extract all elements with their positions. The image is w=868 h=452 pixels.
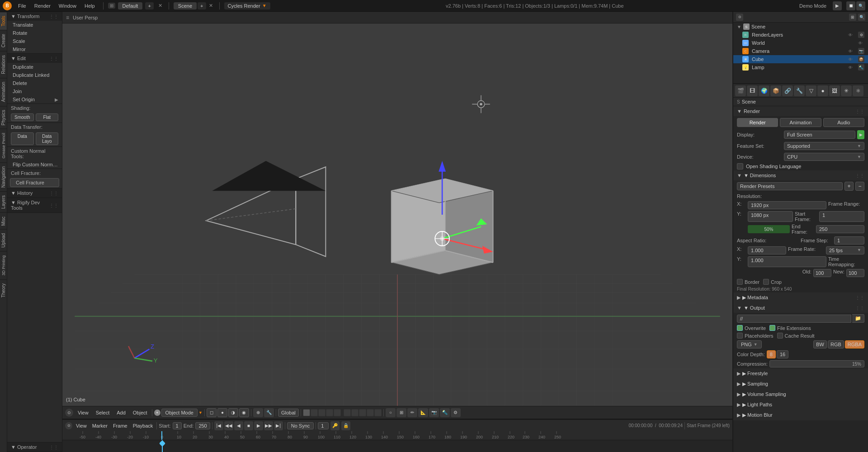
- freestyle-header[interactable]: ▶ ▶ Freestyle: [733, 368, 868, 379]
- rotate-item[interactable]: Rotate: [7, 29, 62, 37]
- vtab-physics[interactable]: Physics: [0, 106, 7, 129]
- outliner-camera[interactable]: C Camera 👁 📷: [733, 47, 868, 55]
- rgba-btn[interactable]: RGBA: [845, 340, 864, 348]
- outliner-filter-icon[interactable]: ⊞: [849, 14, 856, 21]
- res-x-input[interactable]: 1920 px: [748, 201, 826, 209]
- flip-custom-normals-item[interactable]: Flip Custom Normals: [7, 160, 62, 169]
- outliner-world[interactable]: W World 👁: [733, 39, 868, 47]
- close-scene-button[interactable]: ✕: [207, 2, 215, 9]
- measure-tool[interactable]: 📐: [418, 408, 428, 417]
- view-icon[interactable]: 🔲: [846, 1, 855, 10]
- viewport-canvas[interactable]: Z Y (1) Cube: [62, 24, 732, 406]
- tl-keying-icon[interactable]: 🔑: [330, 421, 340, 430]
- prop-render-icon[interactable]: 🎬: [735, 85, 746, 96]
- prop-data-icon[interactable]: ▽: [806, 85, 816, 96]
- start-frame-input[interactable]: 1: [819, 211, 864, 222]
- vtab-misc[interactable]: Misc: [0, 212, 7, 230]
- render-presets-dropdown[interactable]: Render Presets: [737, 182, 843, 190]
- prop-scene-icon[interactable]: 🎞: [747, 85, 758, 96]
- world-eye[interactable]: 👁: [858, 41, 864, 46]
- feature-set-value[interactable]: Supported ▼: [784, 142, 864, 150]
- renderlayers-eye[interactable]: 👁: [848, 33, 854, 38]
- device-value[interactable]: CPU ▼: [784, 153, 864, 161]
- layer-4[interactable]: [326, 409, 333, 416]
- vtab-grease-pencil[interactable]: Grease Pencil: [0, 129, 7, 162]
- aspect-y-input[interactable]: 1.000: [748, 256, 826, 267]
- add-menu[interactable]: Add: [114, 409, 128, 416]
- vtab-3d-printing[interactable]: 3D Printing: [0, 251, 7, 279]
- vtab-animation[interactable]: Animation: [0, 78, 7, 105]
- outliner-cube[interactable]: ▣ Cube 👁 📦: [733, 55, 868, 63]
- volume-sampling-header[interactable]: ▶ ▶ Volume Sampling: [733, 389, 868, 400]
- cache-result-checkbox[interactable]: [777, 333, 783, 339]
- tl-current-frame[interactable]: 1: [318, 422, 329, 429]
- placeholders-checkbox[interactable]: [737, 333, 743, 339]
- prop-world-icon[interactable]: 🌍: [759, 85, 769, 96]
- bw-btn[interactable]: BW: [813, 340, 827, 348]
- output-section-header[interactable]: ▼ ▼ Output ⋮⋮: [733, 303, 868, 313]
- metadata-header[interactable]: ▶ ▶ Metadata ⋮⋮: [733, 292, 868, 303]
- set-origin-item[interactable]: Set Origin ▶: [7, 95, 62, 104]
- smooth-button[interactable]: Smooth: [11, 113, 34, 121]
- tl-playback[interactable]: Playback: [131, 422, 155, 429]
- vtab-relations[interactable]: Relations: [0, 51, 7, 78]
- viewport-shading-material[interactable]: ◑: [228, 408, 238, 417]
- viewport-menu-btn[interactable]: ⊙: [65, 409, 73, 417]
- duplicate-item[interactable]: Duplicate: [7, 63, 62, 71]
- mode-selector[interactable]: Object Mode: [161, 409, 198, 417]
- tl-start-val[interactable]: 1: [173, 422, 182, 429]
- grease-tool[interactable]: ✏: [407, 408, 417, 417]
- dimensions-header[interactable]: ▼ ▼ Dimensions ⋮⋮: [733, 170, 868, 180]
- render-view[interactable]: 🔦: [440, 408, 450, 417]
- res-y-input[interactable]: 1080 px: [748, 211, 793, 222]
- outliner-menu-btn[interactable]: ⊙: [736, 14, 743, 21]
- viewport[interactable]: ≡ User Persp: [62, 12, 732, 452]
- outliner-search-icon[interactable]: 🔍: [858, 14, 865, 21]
- output-path-input[interactable]: [737, 315, 851, 323]
- select-menu[interactable]: Select: [93, 409, 113, 416]
- sampling-header[interactable]: ▶ ▶ Sampling: [733, 379, 868, 389]
- proportional-edit[interactable]: ○: [386, 408, 396, 417]
- view-menu[interactable]: View: [75, 409, 91, 416]
- vtab-layers[interactable]: Layers: [0, 191, 7, 212]
- edit-header[interactable]: ▼ Edit ⋮⋮: [7, 54, 62, 63]
- output-path-btn[interactable]: 📁: [852, 314, 864, 323]
- viewport-menu-icon[interactable]: ≡: [66, 14, 69, 21]
- scene-tab[interactable]: Scene: [174, 2, 197, 9]
- vtab-upload[interactable]: Upload: [0, 229, 7, 251]
- presets-add-btn[interactable]: +: [844, 182, 854, 191]
- vtab-create[interactable]: Create: [0, 30, 7, 51]
- light-paths-header[interactable]: ▶ ▶ Light Paths: [733, 400, 868, 410]
- depth-8-btn[interactable]: 8: [767, 350, 776, 358]
- tl-skip-start[interactable]: |◀: [214, 421, 223, 430]
- end-frame-input[interactable]: 250: [816, 225, 864, 233]
- audio-tab[interactable]: Audio: [823, 118, 864, 127]
- tl-play-rev[interactable]: ◀: [234, 421, 243, 430]
- delete-item[interactable]: Delete: [7, 79, 62, 87]
- prop-texture-icon[interactable]: 🖼: [829, 85, 840, 96]
- percent-bar[interactable]: 50%: [748, 225, 790, 233]
- prop-object-icon[interactable]: 📦: [770, 85, 781, 96]
- layer-7[interactable]: [351, 409, 359, 416]
- layer-5[interactable]: [334, 409, 341, 416]
- render-section-header[interactable]: ▼ Render ⋮⋮: [733, 106, 868, 116]
- object-menu[interactable]: Object: [130, 409, 150, 416]
- tl-marker[interactable]: Marker: [90, 422, 109, 429]
- file-ext-checkbox[interactable]: [769, 325, 775, 331]
- tl-prev-frame[interactable]: ◀◀: [224, 421, 233, 430]
- data-button[interactable]: Data: [11, 132, 34, 145]
- transform-header[interactable]: ▼ Transform ⋮⋮: [7, 12, 62, 21]
- layer-6[interactable]: [344, 409, 351, 416]
- tl-sync[interactable]: No Sync: [287, 422, 314, 429]
- prop-physics-icon[interactable]: ⚛: [853, 85, 863, 96]
- outliner-scene[interactable]: ▼ S Scene: [733, 23, 868, 31]
- blender-logo[interactable]: B: [3, 1, 12, 10]
- render-tab[interactable]: Render: [737, 118, 778, 127]
- layout-tab[interactable]: Default: [118, 2, 143, 9]
- scale-item[interactable]: Scale: [7, 37, 62, 45]
- vtab-theory[interactable]: Theory: [0, 279, 7, 301]
- viewport-shading-rendered[interactable]: ◉: [239, 408, 249, 417]
- layer-9[interactable]: [367, 409, 374, 416]
- tl-skip-end[interactable]: ▶|: [274, 421, 283, 430]
- layer-2[interactable]: [311, 409, 318, 416]
